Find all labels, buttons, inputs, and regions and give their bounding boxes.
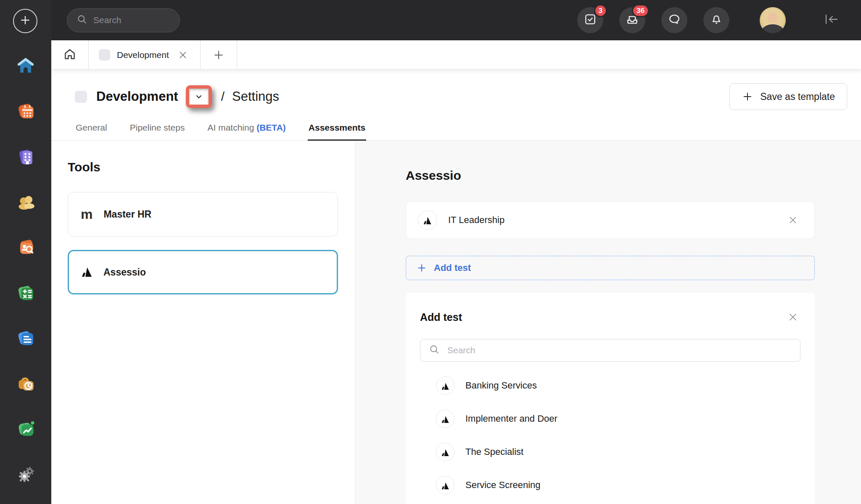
- page-title: Development: [96, 89, 178, 104]
- notifications-button[interactable]: [703, 7, 729, 33]
- tab-general[interactable]: General: [75, 117, 108, 140]
- person-search-icon: [16, 238, 35, 257]
- chat-button[interactable]: [661, 7, 687, 33]
- close-icon: [177, 50, 188, 60]
- sidebar-item-talent-search[interactable]: [16, 238, 35, 257]
- assessio-logo: [441, 481, 449, 489]
- remove-test-button[interactable]: [786, 213, 800, 227]
- close-panel-button[interactable]: [785, 310, 800, 325]
- tools-panel: Tools m Master HR Assessio: [51, 141, 355, 504]
- close-tab-button[interactable]: [176, 48, 190, 62]
- briefcase-clock-icon: [16, 374, 35, 394]
- close-icon: [787, 215, 798, 226]
- assessio-logo-circle: [436, 410, 454, 428]
- search-icon: [77, 14, 87, 26]
- tasks-button[interactable]: 3: [577, 7, 603, 33]
- sidebar-item-people[interactable]: [16, 193, 35, 212]
- chart-icon: [16, 420, 35, 439]
- document-icon: [16, 329, 35, 348]
- beta-badge: (BETA): [256, 123, 286, 132]
- add-test-button[interactable]: Add test: [406, 256, 815, 280]
- option-label: Implementer and Doer: [465, 413, 557, 424]
- sidebar-item-time[interactable]: [16, 374, 35, 394]
- plus-icon: [212, 49, 225, 61]
- home-outline-icon: [63, 47, 77, 63]
- assessio-logo: [423, 216, 432, 224]
- sidebar-nav: [0, 57, 51, 484]
- test-search[interactable]: [420, 339, 800, 362]
- tab-pipeline-steps[interactable]: Pipeline steps: [129, 117, 186, 140]
- tool-label: Assessio: [103, 267, 146, 278]
- bell-icon: [710, 13, 723, 28]
- tool-card-master-hr[interactable]: m Master HR: [68, 192, 338, 236]
- sidebar-item-calendar[interactable]: [16, 102, 35, 121]
- calculator-icon: [16, 284, 35, 303]
- assessio-logo-circle: [418, 210, 437, 230]
- test-option-row[interactable]: Implementer and Doer: [420, 410, 800, 428]
- assessio-detail-panel: Assessio IT Leadership: [355, 141, 861, 504]
- plus-icon: [742, 91, 753, 102]
- app-sidebar: [0, 0, 51, 504]
- home-icon: [16, 57, 35, 76]
- assessio-logo: [441, 382, 449, 390]
- topbar: 3 36: [0, 0, 861, 40]
- breadcrumb-separator: /: [221, 89, 224, 104]
- detail-heading: Assessio: [406, 168, 815, 183]
- assessio-logo: [82, 266, 92, 278]
- create-new-button[interactable]: [13, 9, 37, 33]
- gear-icon: [16, 465, 35, 484]
- test-search-input[interactable]: [447, 345, 792, 355]
- master-hr-logo: m: [81, 207, 92, 221]
- tools-heading: Tools: [68, 160, 338, 174]
- plus-icon: [416, 262, 427, 273]
- option-label: Service Screening: [465, 480, 541, 491]
- tab-ai-matching[interactable]: AI matching (BETA): [206, 117, 286, 140]
- chevron-down-icon: [194, 92, 204, 102]
- user-avatar[interactable]: [760, 7, 786, 33]
- settings-tabs: General Pipeline steps AI matching (BETA…: [51, 117, 861, 141]
- save-as-template-button[interactable]: Save as template: [729, 83, 847, 110]
- tool-card-assessio[interactable]: Assessio: [68, 250, 338, 294]
- test-option-row[interactable]: Service Screening: [420, 476, 800, 494]
- tab-favicon: [99, 49, 110, 60]
- close-icon: [787, 311, 799, 323]
- tabstrip-home-button[interactable]: [51, 40, 88, 69]
- assessio-logo: [441, 415, 449, 423]
- main-area: Development Development / Set: [51, 40, 861, 504]
- inbox-button[interactable]: 36: [619, 7, 645, 33]
- check-square-icon: [584, 13, 597, 28]
- sidebar-item-reports[interactable]: [16, 420, 35, 439]
- divider: [237, 40, 237, 69]
- topbar-actions: 3 36: [577, 7, 840, 34]
- global-search[interactable]: [67, 8, 180, 32]
- sidebar-item-settings[interactable]: [16, 465, 35, 484]
- test-option-row[interactable]: The Specialist: [420, 443, 800, 461]
- content: Tools m Master HR Assessio Assessio: [51, 141, 861, 504]
- selected-test-card: IT Leadership: [406, 201, 815, 239]
- assessio-logo-circle: [436, 476, 454, 494]
- sidebar-item-company[interactable]: [16, 147, 35, 167]
- tab-development[interactable]: Development: [89, 40, 200, 69]
- assessio-logo-circle: [436, 443, 454, 461]
- search-input[interactable]: [93, 15, 161, 25]
- sidebar-item-documents[interactable]: [16, 329, 35, 348]
- sidebar-item-calculator[interactable]: [16, 284, 35, 303]
- calendar-icon: [16, 102, 35, 121]
- tabstrip: Development: [51, 40, 861, 70]
- option-label: The Specialist: [465, 446, 523, 457]
- page-header: Development / Settings Save as template: [51, 70, 861, 117]
- inbox-badge: 36: [632, 4, 649, 17]
- add-test-panel: Add test: [406, 293, 815, 504]
- test-option-row[interactable]: Banking Services: [420, 376, 800, 395]
- sidebar-item-home[interactable]: [16, 57, 35, 76]
- annotation-highlight-box: [186, 85, 212, 108]
- tool-label: Master HR: [103, 209, 151, 220]
- assessio-logo-circle: [436, 376, 454, 395]
- collapse-sidebar-button[interactable]: [823, 12, 840, 29]
- add-test-options: Banking Services Implementer and Doer Th…: [420, 376, 800, 494]
- job-menu-button[interactable]: [189, 89, 209, 105]
- assessio-logo: [441, 448, 449, 456]
- new-tab-button[interactable]: [201, 40, 237, 69]
- tab-assessments[interactable]: Assessments: [308, 117, 366, 141]
- tab-label: Development: [117, 50, 169, 60]
